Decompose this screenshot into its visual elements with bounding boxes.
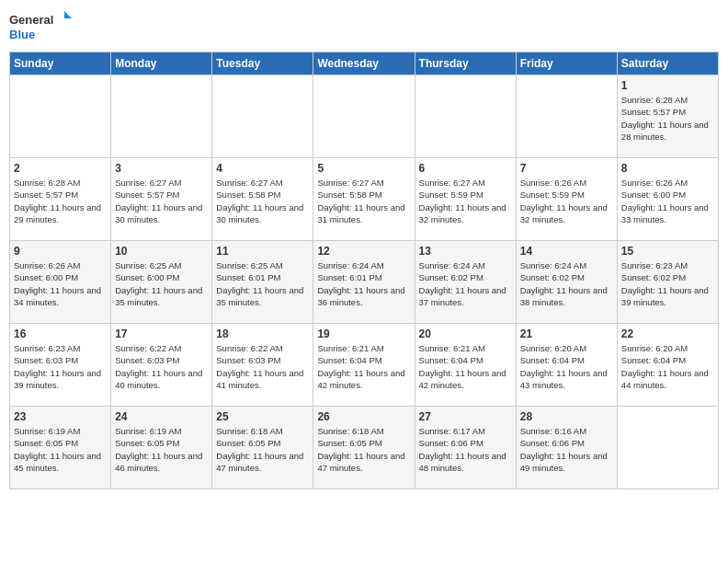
day-info: Sunrise: 6:26 AMSunset: 6:00 PMDaylight:… xyxy=(14,259,107,308)
day-info: Sunrise: 6:27 AMSunset: 5:58 PMDaylight:… xyxy=(216,177,309,225)
day-info: Sunrise: 6:21 AMSunset: 6:04 PMDaylight:… xyxy=(419,342,512,391)
calendar-cell: 15Sunrise: 6:23 AMSunset: 6:02 PMDayligh… xyxy=(617,241,718,324)
day-number: 25 xyxy=(216,410,309,423)
day-info: Sunrise: 6:28 AMSunset: 5:57 PMDaylight:… xyxy=(621,94,714,143)
weekday-header-row: SundayMondayTuesdayWednesdayThursdayFrid… xyxy=(10,52,719,75)
calendar-cell: 8Sunrise: 6:26 AMSunset: 6:00 PMDaylight… xyxy=(617,158,718,241)
calendar-cell: 9Sunrise: 6:26 AMSunset: 6:00 PMDaylight… xyxy=(10,241,111,324)
calendar-cell xyxy=(111,75,212,158)
page-header: General Blue xyxy=(9,9,719,46)
day-number: 16 xyxy=(14,327,107,340)
logo: General Blue xyxy=(9,9,74,46)
day-number: 6 xyxy=(419,162,512,175)
day-info: Sunrise: 6:20 AMSunset: 6:04 PMDaylight:… xyxy=(520,342,613,391)
day-number: 22 xyxy=(621,327,714,340)
day-info: Sunrise: 6:20 AMSunset: 6:04 PMDaylight:… xyxy=(621,342,714,391)
calendar-week-row: 1Sunrise: 6:28 AMSunset: 5:57 PMDaylight… xyxy=(10,75,719,158)
calendar-cell: 19Sunrise: 6:21 AMSunset: 6:04 PMDayligh… xyxy=(313,324,415,407)
calendar-cell: 3Sunrise: 6:27 AMSunset: 5:57 PMDaylight… xyxy=(111,158,212,241)
svg-text:General: General xyxy=(9,13,53,27)
day-info: Sunrise: 6:27 AMSunset: 5:57 PMDaylight:… xyxy=(115,177,208,225)
day-info: Sunrise: 6:17 AMSunset: 6:06 PMDaylight:… xyxy=(419,425,512,474)
calendar-cell: 26Sunrise: 6:18 AMSunset: 6:05 PMDayligh… xyxy=(313,407,415,489)
day-number: 8 xyxy=(621,162,714,175)
day-info: Sunrise: 6:24 AMSunset: 6:01 PMDaylight:… xyxy=(317,259,410,308)
day-number: 20 xyxy=(419,327,512,340)
day-info: Sunrise: 6:24 AMSunset: 6:02 PMDaylight:… xyxy=(520,259,613,308)
day-number: 2 xyxy=(14,162,107,175)
day-info: Sunrise: 6:23 AMSunset: 6:03 PMDaylight:… xyxy=(14,342,107,391)
day-info: Sunrise: 6:27 AMSunset: 5:59 PMDaylight:… xyxy=(419,177,512,225)
day-info: Sunrise: 6:23 AMSunset: 6:02 PMDaylight:… xyxy=(621,259,714,308)
calendar-cell: 27Sunrise: 6:17 AMSunset: 6:06 PMDayligh… xyxy=(415,407,516,489)
day-info: Sunrise: 6:22 AMSunset: 6:03 PMDaylight:… xyxy=(115,342,208,391)
calendar-cell: 7Sunrise: 6:26 AMSunset: 5:59 PMDaylight… xyxy=(516,158,617,241)
logo-svg: General Blue xyxy=(9,9,74,46)
day-info: Sunrise: 6:18 AMSunset: 6:05 PMDaylight:… xyxy=(317,425,410,474)
calendar-cell xyxy=(10,75,111,158)
calendar-cell: 10Sunrise: 6:25 AMSunset: 6:00 PMDayligh… xyxy=(111,241,212,324)
calendar-cell: 4Sunrise: 6:27 AMSunset: 5:58 PMDaylight… xyxy=(212,158,313,241)
day-info: Sunrise: 6:16 AMSunset: 6:06 PMDaylight:… xyxy=(520,425,613,474)
weekday-header: Monday xyxy=(111,52,212,75)
day-number: 24 xyxy=(115,410,208,423)
weekday-header: Wednesday xyxy=(313,52,415,75)
weekday-header: Saturday xyxy=(617,52,718,75)
calendar-cell: 12Sunrise: 6:24 AMSunset: 6:01 PMDayligh… xyxy=(313,241,415,324)
calendar-cell xyxy=(212,75,313,158)
calendar-cell: 28Sunrise: 6:16 AMSunset: 6:06 PMDayligh… xyxy=(516,407,617,489)
day-number: 4 xyxy=(216,162,309,175)
calendar-cell: 23Sunrise: 6:19 AMSunset: 6:05 PMDayligh… xyxy=(10,407,111,489)
day-number: 5 xyxy=(317,162,410,175)
day-number: 13 xyxy=(419,245,512,258)
day-number: 14 xyxy=(520,245,613,258)
calendar-cell: 6Sunrise: 6:27 AMSunset: 5:59 PMDaylight… xyxy=(415,158,516,241)
svg-text:Blue: Blue xyxy=(9,28,35,41)
calendar-cell: 18Sunrise: 6:22 AMSunset: 6:03 PMDayligh… xyxy=(212,324,313,407)
day-info: Sunrise: 6:28 AMSunset: 5:57 PMDaylight:… xyxy=(14,177,107,225)
calendar-cell: 2Sunrise: 6:28 AMSunset: 5:57 PMDaylight… xyxy=(10,158,111,241)
day-number: 3 xyxy=(115,162,208,175)
day-number: 11 xyxy=(216,245,309,258)
day-info: Sunrise: 6:18 AMSunset: 6:05 PMDaylight:… xyxy=(216,425,309,474)
day-info: Sunrise: 6:26 AMSunset: 6:00 PMDaylight:… xyxy=(621,177,714,225)
day-number: 23 xyxy=(14,410,107,423)
day-info: Sunrise: 6:22 AMSunset: 6:03 PMDaylight:… xyxy=(216,342,309,391)
calendar-cell xyxy=(313,75,415,158)
day-number: 1 xyxy=(621,79,714,92)
calendar-cell: 25Sunrise: 6:18 AMSunset: 6:05 PMDayligh… xyxy=(212,407,313,489)
day-number: 19 xyxy=(317,327,410,340)
day-number: 7 xyxy=(520,162,613,175)
calendar-cell: 21Sunrise: 6:20 AMSunset: 6:04 PMDayligh… xyxy=(516,324,617,407)
day-number: 15 xyxy=(621,245,714,258)
calendar-cell: 22Sunrise: 6:20 AMSunset: 6:04 PMDayligh… xyxy=(617,324,718,407)
calendar-cell: 11Sunrise: 6:25 AMSunset: 6:01 PMDayligh… xyxy=(212,241,313,324)
weekday-header: Thursday xyxy=(415,52,516,75)
calendar-cell: 13Sunrise: 6:24 AMSunset: 6:02 PMDayligh… xyxy=(415,241,516,324)
day-info: Sunrise: 6:19 AMSunset: 6:05 PMDaylight:… xyxy=(115,425,208,474)
calendar-cell xyxy=(516,75,617,158)
calendar-week-row: 2Sunrise: 6:28 AMSunset: 5:57 PMDaylight… xyxy=(10,158,719,241)
day-number: 26 xyxy=(317,410,410,423)
day-info: Sunrise: 6:21 AMSunset: 6:04 PMDaylight:… xyxy=(317,342,410,391)
calendar-cell: 17Sunrise: 6:22 AMSunset: 6:03 PMDayligh… xyxy=(111,324,212,407)
day-info: Sunrise: 6:19 AMSunset: 6:05 PMDaylight:… xyxy=(14,425,107,474)
day-info: Sunrise: 6:25 AMSunset: 6:01 PMDaylight:… xyxy=(216,259,309,308)
svg-marker-1 xyxy=(64,11,72,18)
calendar-week-row: 9Sunrise: 6:26 AMSunset: 6:00 PMDaylight… xyxy=(10,241,719,324)
day-number: 21 xyxy=(520,327,613,340)
calendar-cell xyxy=(415,75,516,158)
day-number: 27 xyxy=(419,410,512,423)
day-info: Sunrise: 6:24 AMSunset: 6:02 PMDaylight:… xyxy=(419,259,512,308)
day-info: Sunrise: 6:27 AMSunset: 5:58 PMDaylight:… xyxy=(317,177,410,225)
weekday-header: Tuesday xyxy=(212,52,313,75)
weekday-header: Friday xyxy=(516,52,617,75)
calendar-cell xyxy=(617,407,718,489)
day-number: 28 xyxy=(520,410,613,423)
calendar-cell: 24Sunrise: 6:19 AMSunset: 6:05 PMDayligh… xyxy=(111,407,212,489)
day-info: Sunrise: 6:25 AMSunset: 6:00 PMDaylight:… xyxy=(115,259,208,308)
calendar-cell: 20Sunrise: 6:21 AMSunset: 6:04 PMDayligh… xyxy=(415,324,516,407)
calendar-cell: 14Sunrise: 6:24 AMSunset: 6:02 PMDayligh… xyxy=(516,241,617,324)
weekday-header: Sunday xyxy=(10,52,111,75)
calendar-cell: 5Sunrise: 6:27 AMSunset: 5:58 PMDaylight… xyxy=(313,158,415,241)
